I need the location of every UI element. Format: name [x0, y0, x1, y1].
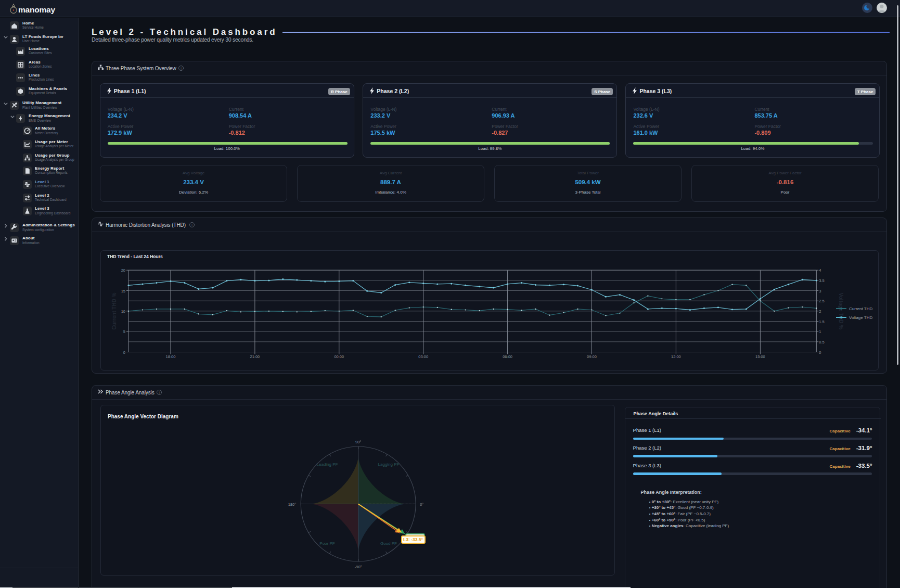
svg-text:2.5: 2.5	[819, 299, 824, 303]
svg-text:90°: 90°	[355, 440, 361, 444]
svg-text:Voltage THD: Voltage THD	[849, 315, 872, 320]
svg-text:09:00: 09:00	[587, 354, 597, 359]
svg-text:1: 1	[819, 329, 821, 334]
svg-text:00:00: 00:00	[334, 354, 344, 359]
svg-text:10: 10	[121, 309, 125, 314]
svg-text:Current THD %: Current THD %	[111, 292, 117, 329]
svg-text:15: 15	[121, 289, 125, 293]
svg-text:Leading PF: Leading PF	[317, 462, 338, 467]
svg-text:0°: 0°	[420, 502, 423, 506]
svg-text:Current THD: Current THD	[849, 306, 872, 311]
svg-text:06:00: 06:00	[503, 354, 512, 359]
svg-text:18:00: 18:00	[166, 354, 176, 359]
svg-text:1.5: 1.5	[819, 319, 824, 324]
svg-text:Voltage THD %: Voltage THD %	[838, 293, 844, 329]
svg-text:-90°: -90°	[355, 565, 362, 569]
svg-text:Poor PF: Poor PF	[319, 541, 335, 546]
svg-text:Good PF: Good PF	[380, 541, 397, 546]
svg-text:20: 20	[121, 268, 125, 273]
svg-text:2: 2	[819, 309, 821, 314]
svg-text:180°: 180°	[288, 502, 297, 506]
svg-text:5: 5	[123, 329, 125, 334]
svg-text:15:00: 15:00	[755, 354, 765, 359]
svg-text:Lagging PF: Lagging PF	[378, 462, 400, 467]
svg-text:0: 0	[819, 350, 821, 355]
svg-text:03:00: 03:00	[418, 354, 428, 359]
svg-text:12:00: 12:00	[671, 354, 681, 359]
svg-text:0: 0	[123, 350, 125, 355]
svg-text:21:00: 21:00	[250, 354, 260, 359]
svg-text:3: 3	[819, 289, 821, 293]
svg-text:3.5: 3.5	[819, 278, 824, 283]
svg-text:4: 4	[819, 268, 821, 273]
svg-text:0.5: 0.5	[819, 340, 824, 344]
